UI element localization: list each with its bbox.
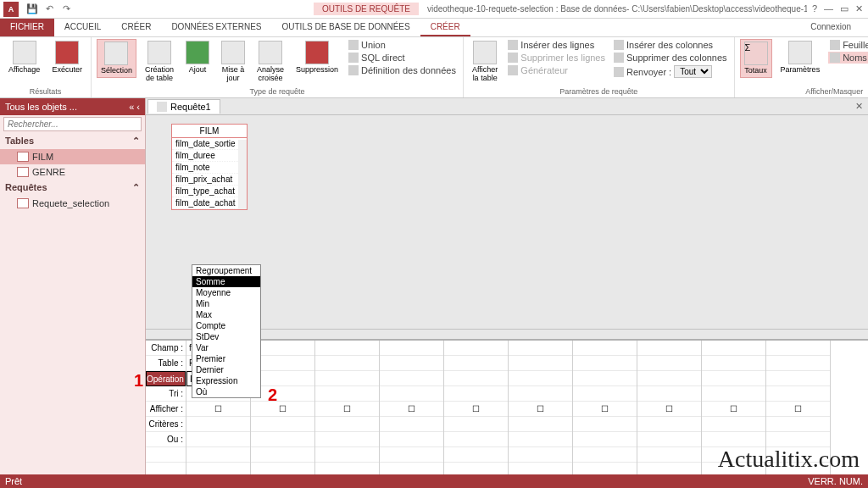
renvoyer-link[interactable]: Renvoyer : Tout — [612, 64, 729, 79]
grid-column[interactable] — [637, 341, 702, 474]
group-afficher-masquer: Afficher/Masquer — [740, 86, 868, 96]
label-champ: Champ : — [146, 341, 186, 356]
afficher-table-button[interactable]: Afficher la table — [469, 39, 501, 85]
tab-outils-db[interactable]: OUTILS DE BASE DE DONNÉES — [272, 19, 420, 36]
minimize-icon[interactable]: — — [824, 3, 833, 14]
status-left: Prêt — [5, 476, 22, 486]
tab-creer[interactable]: CRÉER — [111, 19, 161, 36]
help-icon[interactable]: ? — [812, 3, 817, 14]
chevron-down-icon[interactable]: « ‹ — [129, 102, 140, 112]
dropdown-item[interactable]: Min — [192, 298, 260, 309]
group-type-requete: Type de requête — [97, 86, 458, 96]
document-tab[interactable]: Requête1 — [147, 99, 220, 114]
nav-item-film[interactable]: FILM — [0, 149, 145, 164]
nav-header[interactable]: Tous les objets ...« ‹ — [0, 98, 145, 115]
nav-item-requete-selection[interactable]: Requete_selection — [0, 196, 145, 211]
definition-donnees-link[interactable]: Définition des données — [347, 64, 458, 76]
label-ou: Ou : — [146, 432, 186, 447]
operation-dropdown[interactable]: Regroupement Somme Moyenne Min Max Compt… — [192, 264, 261, 398]
dropdown-item[interactable]: Expression — [192, 375, 260, 386]
nav-section-requetes[interactable]: Requêtes⌃ — [0, 180, 145, 196]
dropdown-item[interactable]: Max — [192, 309, 260, 320]
inserer-lignes-link[interactable]: Insérer des lignes — [506, 39, 607, 51]
tab-donnees-externes[interactable]: DONNÉES EXTERNES — [161, 19, 271, 36]
nav-item-genre[interactable]: GENRE — [0, 164, 145, 180]
grid-column[interactable] — [315, 341, 380, 474]
callout-2: 2 — [268, 385, 277, 405]
label-operation: Opération : — [146, 371, 186, 386]
tab-file[interactable]: FICHIER — [0, 19, 54, 36]
scrollbar[interactable] — [238, 140, 247, 209]
table-field[interactable]: film_date_sortie — [172, 138, 247, 150]
cell-criteres[interactable] — [186, 417, 250, 432]
qat-undo-icon[interactable]: ↶ — [42, 3, 56, 16]
tab-accueil[interactable]: ACCUEIL — [54, 19, 111, 36]
sql-direct-link[interactable]: SQL direct — [347, 52, 458, 64]
group-parametres: Paramètres de requête — [469, 86, 729, 96]
table-field[interactable]: film_prix_achat — [172, 174, 247, 186]
table-field[interactable]: film_date_achat — [172, 197, 247, 209]
feuille-proprietes-link[interactable]: Feuille de propriétés — [828, 39, 868, 51]
callout-1: 1 — [134, 371, 143, 391]
dropdown-item[interactable]: Moyenne — [192, 287, 260, 298]
noms-tables-link[interactable]: Noms des tables — [828, 52, 868, 64]
label-afficher: Afficher : — [146, 402, 186, 417]
suppression-button[interactable]: Suppression — [292, 39, 342, 76]
inserer-colonnes-link[interactable]: Insérer des colonnes — [612, 39, 729, 51]
ajout-button[interactable]: Ajout — [182, 39, 213, 76]
dropdown-item[interactable]: Compte — [192, 320, 260, 331]
dropdown-item[interactable]: Var — [192, 342, 260, 353]
dropdown-item[interactable]: Somme — [192, 276, 260, 287]
label-table: Table : — [146, 356, 186, 371]
restore-icon[interactable]: ▭ — [840, 3, 849, 14]
status-right: VERR. NUM. — [808, 476, 863, 486]
close-icon[interactable]: ✕ — [855, 3, 863, 14]
selection-button[interactable]: Sélection — [97, 39, 136, 78]
analyse-croisee-button[interactable]: Analyse croisée — [253, 39, 287, 85]
creation-table-button[interactable]: Création de table — [142, 39, 177, 85]
label-criteres: Critères : — [146, 417, 186, 432]
table-box-title: FILM — [172, 125, 247, 138]
tab-creer-context[interactable]: CRÉER — [420, 19, 470, 36]
dropdown-item[interactable]: StDev — [192, 331, 260, 342]
grid-column[interactable] — [573, 341, 637, 474]
affichage-button[interactable]: Affichage — [5, 39, 43, 76]
supprimer-lignes-link[interactable]: Supprimer les lignes — [506, 52, 607, 64]
table-field[interactable]: film_type_achat — [172, 186, 247, 197]
generateur-link[interactable]: Générateur — [506, 64, 607, 76]
grid-column[interactable] — [509, 341, 573, 474]
context-tab: OUTILS DE REQUÊTE — [314, 3, 419, 15]
nav-section-tables[interactable]: Tables⌃ — [0, 133, 145, 149]
label-tri: Tri : — [146, 386, 186, 402]
qat-redo-icon[interactable]: ↷ — [59, 3, 73, 16]
table-field[interactable]: film_duree — [172, 150, 247, 162]
window-title: videotheque-10-requete-selection : Base … — [427, 4, 807, 14]
dropdown-item[interactable]: Où — [192, 386, 260, 397]
dropdown-item[interactable]: Premier — [192, 353, 260, 364]
totaux-button[interactable]: ΣTotaux — [740, 39, 772, 78]
tab-close-icon[interactable]: ✕ — [850, 101, 868, 112]
mise-a-jour-button[interactable]: Mise à jour — [218, 39, 248, 85]
connexion-link[interactable]: Connexion — [793, 19, 868, 36]
qat-save-icon[interactable]: 💾 — [25, 3, 39, 16]
watermark: Actualitix.com — [718, 446, 860, 473]
grid-column[interactable] — [380, 341, 444, 474]
renvoyer-select[interactable]: Tout — [674, 65, 712, 78]
table-box-film[interactable]: FILM film_date_sortie film_duree film_no… — [171, 124, 248, 210]
cell-afficher[interactable] — [186, 402, 250, 417]
cell-ou[interactable] — [186, 432, 250, 447]
table-field[interactable]: film_note — [172, 162, 247, 174]
grid-column[interactable] — [444, 341, 509, 474]
dropdown-item[interactable]: Dernier — [192, 364, 260, 375]
parametres-button[interactable]: Paramètres — [777, 39, 824, 76]
supprimer-colonnes-link[interactable]: Supprimer des colonnes — [612, 52, 729, 64]
nav-search-input[interactable] — [3, 117, 142, 131]
union-link[interactable]: Union — [347, 39, 458, 51]
query-icon — [157, 102, 167, 112]
dropdown-item[interactable]: Regroupement — [192, 265, 260, 276]
app-icon: A — [3, 2, 19, 17]
group-resultats: Résultats — [5, 86, 86, 96]
executer-button[interactable]: Exécuter — [48, 39, 86, 76]
